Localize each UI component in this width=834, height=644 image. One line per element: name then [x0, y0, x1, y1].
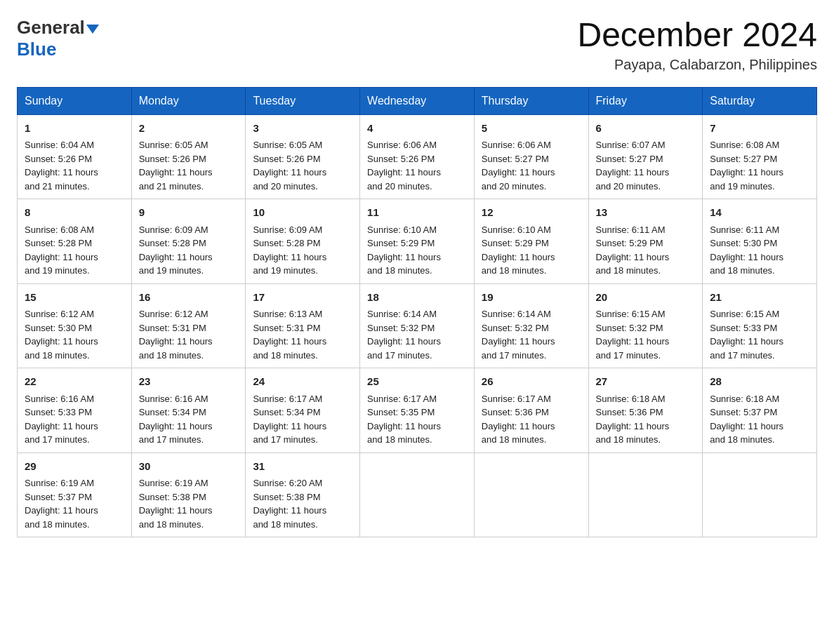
calendar-cell	[703, 452, 817, 537]
calendar-cell: 22Sunrise: 6:16 AMSunset: 5:33 PMDayligh…	[18, 368, 132, 453]
calendar-cell: 5Sunrise: 6:06 AMSunset: 5:27 PMDaylight…	[474, 114, 588, 199]
day-info: Sunrise: 6:10 AMSunset: 5:29 PMDaylight:…	[367, 223, 467, 278]
calendar-cell: 15Sunrise: 6:12 AMSunset: 5:30 PMDayligh…	[18, 283, 132, 368]
day-number: 19	[482, 290, 581, 306]
day-number: 15	[25, 290, 124, 306]
day-info: Sunrise: 6:17 AMSunset: 5:34 PMDaylight:…	[253, 392, 352, 447]
logo: General Blue	[17, 17, 99, 60]
calendar-cell: 18Sunrise: 6:14 AMSunset: 5:32 PMDayligh…	[360, 283, 475, 368]
logo-blue-text: Blue	[17, 39, 56, 60]
day-number: 8	[25, 205, 124, 221]
day-number: 29	[25, 459, 124, 475]
day-info: Sunrise: 6:06 AMSunset: 5:26 PMDaylight:…	[367, 138, 467, 193]
calendar-cell: 23Sunrise: 6:16 AMSunset: 5:34 PMDayligh…	[131, 368, 246, 453]
calendar-cell: 10Sunrise: 6:09 AMSunset: 5:28 PMDayligh…	[246, 199, 360, 284]
calendar-cell: 26Sunrise: 6:17 AMSunset: 5:36 PMDayligh…	[474, 368, 588, 453]
weekday-header-monday: Monday	[131, 87, 246, 114]
day-number: 11	[367, 205, 467, 221]
day-info: Sunrise: 6:18 AMSunset: 5:37 PMDaylight:…	[710, 392, 809, 447]
calendar-cell: 1Sunrise: 6:04 AMSunset: 5:26 PMDaylight…	[18, 114, 132, 199]
day-number: 10	[253, 205, 352, 221]
day-info: Sunrise: 6:15 AMSunset: 5:32 PMDaylight:…	[596, 307, 696, 362]
calendar-cell: 24Sunrise: 6:17 AMSunset: 5:34 PMDayligh…	[246, 368, 360, 453]
day-number: 31	[253, 459, 352, 475]
calendar-cell: 12Sunrise: 6:10 AMSunset: 5:29 PMDayligh…	[474, 199, 588, 284]
title-area: December 2024 Payapa, Calabarzon, Philip…	[577, 17, 817, 73]
day-info: Sunrise: 6:12 AMSunset: 5:31 PMDaylight:…	[139, 307, 239, 362]
day-number: 9	[139, 205, 239, 221]
calendar-cell: 16Sunrise: 6:12 AMSunset: 5:31 PMDayligh…	[131, 283, 246, 368]
calendar-cell: 2Sunrise: 6:05 AMSunset: 5:26 PMDaylight…	[131, 114, 246, 199]
calendar-cell: 17Sunrise: 6:13 AMSunset: 5:31 PMDayligh…	[246, 283, 360, 368]
day-number: 4	[367, 121, 467, 137]
day-number: 2	[139, 121, 239, 137]
calendar-cell: 30Sunrise: 6:19 AMSunset: 5:38 PMDayligh…	[131, 452, 246, 537]
calendar-cell	[588, 452, 703, 537]
day-number: 30	[139, 459, 239, 475]
day-number: 22	[25, 374, 124, 390]
calendar-cell: 14Sunrise: 6:11 AMSunset: 5:30 PMDayligh…	[703, 199, 817, 284]
calendar-cell: 28Sunrise: 6:18 AMSunset: 5:37 PMDayligh…	[703, 368, 817, 453]
weekday-header-sunday: Sunday	[18, 87, 132, 114]
weekday-header-saturday: Saturday	[703, 87, 817, 114]
calendar-week-row: 15Sunrise: 6:12 AMSunset: 5:30 PMDayligh…	[18, 283, 817, 368]
day-info: Sunrise: 6:14 AMSunset: 5:32 PMDaylight:…	[482, 307, 581, 362]
day-info: Sunrise: 6:18 AMSunset: 5:36 PMDaylight:…	[596, 392, 696, 447]
location-subtitle: Payapa, Calabarzon, Philippines	[577, 57, 817, 73]
calendar-cell: 6Sunrise: 6:07 AMSunset: 5:27 PMDaylight…	[588, 114, 703, 199]
calendar-cell: 9Sunrise: 6:09 AMSunset: 5:28 PMDaylight…	[131, 199, 246, 284]
day-number: 3	[253, 121, 352, 137]
day-number: 25	[367, 374, 467, 390]
calendar-cell: 21Sunrise: 6:15 AMSunset: 5:33 PMDayligh…	[703, 283, 817, 368]
day-info: Sunrise: 6:20 AMSunset: 5:38 PMDaylight:…	[253, 476, 352, 531]
calendar-cell: 29Sunrise: 6:19 AMSunset: 5:37 PMDayligh…	[18, 452, 132, 537]
day-number: 20	[596, 290, 696, 306]
day-info: Sunrise: 6:17 AMSunset: 5:35 PMDaylight:…	[367, 392, 467, 447]
calendar-cell: 20Sunrise: 6:15 AMSunset: 5:32 PMDayligh…	[588, 283, 703, 368]
weekday-header-row: SundayMondayTuesdayWednesdayThursdayFrid…	[18, 87, 817, 114]
day-info: Sunrise: 6:19 AMSunset: 5:37 PMDaylight:…	[25, 476, 124, 531]
calendar-cell	[360, 452, 475, 537]
calendar-cell: 19Sunrise: 6:14 AMSunset: 5:32 PMDayligh…	[474, 283, 588, 368]
day-info: Sunrise: 6:06 AMSunset: 5:27 PMDaylight:…	[482, 138, 581, 193]
day-info: Sunrise: 6:05 AMSunset: 5:26 PMDaylight:…	[253, 138, 352, 193]
day-info: Sunrise: 6:05 AMSunset: 5:26 PMDaylight:…	[139, 138, 239, 193]
calendar-week-row: 8Sunrise: 6:08 AMSunset: 5:28 PMDaylight…	[18, 199, 817, 284]
calendar-cell: 25Sunrise: 6:17 AMSunset: 5:35 PMDayligh…	[360, 368, 475, 453]
weekday-header-thursday: Thursday	[474, 87, 588, 114]
day-number: 12	[482, 205, 581, 221]
calendar-week-row: 22Sunrise: 6:16 AMSunset: 5:33 PMDayligh…	[18, 368, 817, 453]
calendar-cell: 3Sunrise: 6:05 AMSunset: 5:26 PMDaylight…	[246, 114, 360, 199]
day-info: Sunrise: 6:08 AMSunset: 5:27 PMDaylight:…	[710, 138, 809, 193]
day-number: 13	[596, 205, 696, 221]
calendar-cell: 13Sunrise: 6:11 AMSunset: 5:29 PMDayligh…	[588, 199, 703, 284]
day-info: Sunrise: 6:14 AMSunset: 5:32 PMDaylight:…	[367, 307, 467, 362]
day-number: 18	[367, 290, 467, 306]
page-header: General Blue December 2024 Payapa, Calab…	[17, 17, 817, 73]
day-number: 16	[139, 290, 239, 306]
calendar-cell: 27Sunrise: 6:18 AMSunset: 5:36 PMDayligh…	[588, 368, 703, 453]
calendar-cell: 8Sunrise: 6:08 AMSunset: 5:28 PMDaylight…	[18, 199, 132, 284]
weekday-header-tuesday: Tuesday	[246, 87, 360, 114]
day-info: Sunrise: 6:16 AMSunset: 5:34 PMDaylight:…	[139, 392, 239, 447]
day-info: Sunrise: 6:11 AMSunset: 5:30 PMDaylight:…	[710, 223, 809, 278]
day-info: Sunrise: 6:17 AMSunset: 5:36 PMDaylight:…	[482, 392, 581, 447]
day-info: Sunrise: 6:04 AMSunset: 5:26 PMDaylight:…	[25, 138, 124, 193]
day-number: 7	[710, 121, 809, 137]
logo-general-text: General	[17, 17, 85, 39]
day-number: 21	[710, 290, 809, 306]
calendar-table: SundayMondayTuesdayWednesdayThursdayFrid…	[17, 87, 817, 538]
day-number: 5	[482, 121, 581, 137]
day-info: Sunrise: 6:11 AMSunset: 5:29 PMDaylight:…	[596, 223, 696, 278]
month-title: December 2024	[577, 17, 817, 54]
calendar-cell: 31Sunrise: 6:20 AMSunset: 5:38 PMDayligh…	[246, 452, 360, 537]
weekday-header-friday: Friday	[588, 87, 703, 114]
day-number: 27	[596, 374, 696, 390]
day-number: 14	[710, 205, 809, 221]
calendar-cell: 11Sunrise: 6:10 AMSunset: 5:29 PMDayligh…	[360, 199, 475, 284]
day-info: Sunrise: 6:13 AMSunset: 5:31 PMDaylight:…	[253, 307, 352, 362]
calendar-week-row: 29Sunrise: 6:19 AMSunset: 5:37 PMDayligh…	[18, 452, 817, 537]
calendar-week-row: 1Sunrise: 6:04 AMSunset: 5:26 PMDaylight…	[18, 114, 817, 199]
logo-triangle-icon	[86, 25, 99, 34]
day-info: Sunrise: 6:16 AMSunset: 5:33 PMDaylight:…	[25, 392, 124, 447]
